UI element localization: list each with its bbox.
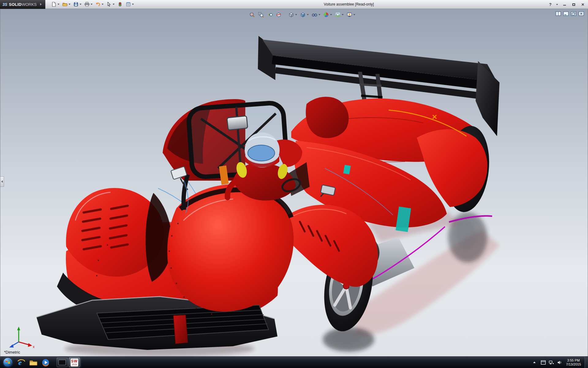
help-dropdown-icon[interactable]: [556, 4, 558, 5]
tray-volume-button[interactable]: [557, 360, 562, 365]
view-orientation-label: *Dimetric: [4, 350, 20, 355]
rebuild-icon: [117, 2, 123, 7]
taskbar-internet-explorer[interactable]: e: [16, 358, 27, 367]
split-pane-button[interactable]: [556, 11, 561, 16]
apply-scene-dropdown-icon[interactable]: [342, 14, 344, 15]
display-style-button[interactable]: [299, 11, 309, 18]
print-dropdown-icon[interactable]: [91, 4, 92, 5]
zoom-to-fit-button[interactable]: [248, 11, 256, 18]
windows-taskbar: e SW 2015: [0, 356, 588, 368]
close-button[interactable]: ✕: [580, 2, 586, 7]
new-dropdown-icon[interactable]: [58, 4, 59, 5]
print-button[interactable]: [83, 1, 93, 8]
command-window-icon: [58, 359, 66, 365]
section-view-icon: [276, 12, 282, 18]
head-fairing[interactable]: [306, 97, 349, 138]
hide-show-items-button[interactable]: [311, 11, 321, 18]
maximize-icon: [572, 3, 575, 6]
display-style-dropdown-icon[interactable]: [307, 14, 309, 15]
undo-dropdown-icon[interactable]: [102, 4, 104, 5]
save-dropdown-icon[interactable]: [80, 4, 81, 5]
tow-hook-cover[interactable]: [173, 315, 188, 344]
title-bar[interactable]: 3S SOLIDWORKS: [0, 0, 588, 9]
taskbar-command-window[interactable]: [57, 358, 68, 367]
new-document-button[interactable]: [50, 1, 60, 8]
edit-appearance-button[interactable]: [322, 11, 333, 18]
reference-triad: x: [9, 327, 35, 349]
show-hidden-icons-button[interactable]: [533, 362, 536, 363]
previous-view-button[interactable]: [266, 11, 273, 18]
show-desktop-button[interactable]: [585, 357, 588, 368]
view-orientation-dropdown-icon[interactable]: [295, 14, 297, 15]
save-button[interactable]: [72, 1, 82, 8]
view-settings-dropdown-icon[interactable]: [353, 14, 355, 15]
tray-window-icon: [541, 360, 546, 365]
view-orientation-button[interactable]: [288, 11, 298, 18]
doc-minimize-button[interactable]: [563, 11, 569, 16]
zoom-to-fit-icon: [249, 12, 255, 18]
taskbar-media-player[interactable]: [40, 358, 51, 367]
edit-appearance-dropdown-icon[interactable]: [330, 14, 332, 15]
zoom-to-area-button[interactable]: [257, 11, 265, 18]
help-button[interactable]: ?: [549, 2, 552, 7]
doc-close-button[interactable]: [579, 11, 584, 16]
rebuild-button[interactable]: [116, 1, 124, 8]
select-button[interactable]: [105, 1, 115, 8]
folder-icon: [29, 359, 38, 366]
heads-up-view-toolbar: [247, 11, 357, 19]
clock-date: 7/13/2015: [566, 362, 581, 366]
standard-toolbar: [50, 1, 135, 8]
window-controls: ? ✕: [549, 0, 586, 9]
save-floppy-icon: [73, 2, 79, 7]
maximize-button[interactable]: [571, 2, 576, 7]
volume-icon: [557, 360, 562, 365]
section-view-button[interactable]: [275, 11, 282, 18]
clock-time: 3:55 PM: [566, 358, 581, 362]
document-title: Voiture assemblee [Read-only]: [324, 2, 374, 6]
undo-button[interactable]: [94, 1, 104, 8]
properties-icon: [126, 2, 131, 7]
minimize-button[interactable]: [562, 2, 567, 7]
new-document-icon: [51, 2, 57, 7]
apply-scene-button[interactable]: [334, 11, 344, 18]
hide-show-dropdown-icon[interactable]: [318, 14, 320, 15]
taskbar-clock[interactable]: 3:55 PM 7/13/2015: [564, 358, 584, 366]
taskbar-windows-explorer[interactable]: [28, 358, 39, 367]
select-cursor-icon: [106, 2, 112, 7]
solidworks-logo[interactable]: 3S SOLIDWORKS: [0, 0, 45, 9]
windows-flag-icon: [5, 360, 10, 365]
properties-button[interactable]: [125, 1, 135, 8]
start-button[interactable]: [3, 358, 13, 367]
taskbar-solidworks[interactable]: SW 2015: [69, 358, 80, 367]
open-dropdown-icon[interactable]: [69, 4, 70, 5]
logo-solid: SOLID: [9, 2, 22, 7]
doc-restore-button[interactable]: [571, 11, 576, 16]
open-button[interactable]: [61, 1, 71, 8]
triad-x-label: x: [33, 345, 35, 349]
model-scene[interactable]: x: [0, 9, 588, 356]
graphics-area[interactable]: x: [0, 9, 588, 356]
featuremanager-collapse-tab[interactable]: [0, 176, 4, 187]
properties-dropdown-icon[interactable]: [132, 4, 134, 5]
logo-works: WORKS: [22, 2, 37, 7]
apply-scene-icon: [335, 12, 341, 18]
toolbar-separator: [285, 12, 285, 17]
menu-expand-icon[interactable]: [40, 3, 42, 6]
display-style-icon: [300, 12, 306, 18]
select-dropdown-icon[interactable]: [113, 4, 115, 5]
document-window-controls: [556, 11, 584, 16]
view-settings-icon: [346, 12, 352, 18]
tray-window-button[interactable]: [541, 360, 546, 365]
rearview-mirror: [227, 116, 248, 130]
zoom-to-area-icon: [258, 12, 264, 18]
media-player-icon: [41, 358, 50, 367]
view-settings-button[interactable]: [346, 11, 356, 18]
doc-close-icon: [579, 11, 584, 16]
view-orientation-icon: [288, 12, 294, 18]
doc-minimize-icon: [563, 11, 569, 16]
minimize-icon: [563, 3, 566, 6]
solidworks-2015-icon: SW 2015: [70, 358, 78, 366]
open-folder-icon: [62, 2, 68, 7]
expand-panel-icon: [1, 180, 3, 183]
tray-network-button[interactable]: [549, 360, 554, 365]
